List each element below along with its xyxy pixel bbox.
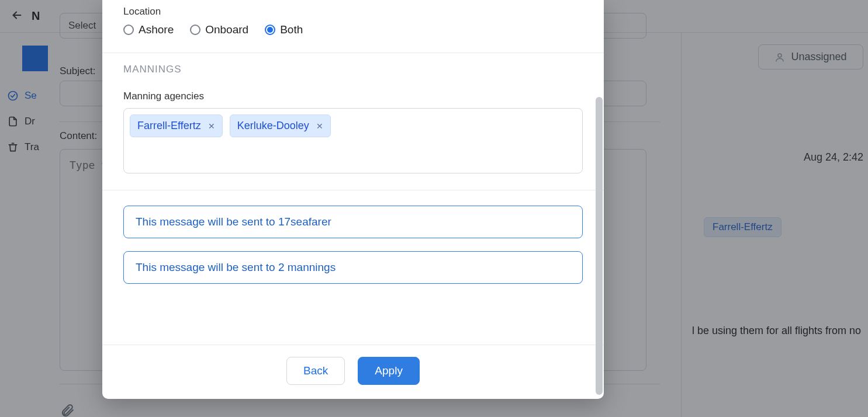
info-count: 17: [278, 216, 291, 228]
location-radiogroup: Ashore Onboard Both: [123, 23, 583, 36]
info-suffix: seafarer: [291, 216, 331, 228]
agencies-input[interactable]: Farrell-Effertz ✕ Kerluke-Dooley ✕: [123, 108, 583, 173]
radio-label: Both: [280, 23, 303, 36]
modal-scrollbar[interactable]: [596, 97, 603, 395]
seafarer-count-info: This message will be sent to 17seafarer: [123, 206, 583, 238]
info-prefix: This message will be sent to: [136, 216, 278, 228]
chip-remove-icon[interactable]: ✕: [316, 121, 323, 131]
location-label: Location: [123, 6, 583, 18]
radio-dot-icon: [123, 25, 134, 35]
filter-modal: Location Ashore Onboard Both MANNINGS M: [102, 0, 604, 399]
radio-ashore[interactable]: Ashore: [123, 23, 174, 36]
mannings-heading: MANNINGS: [123, 64, 583, 75]
mannings-count-info: This message will be sent to 2 mannings: [123, 251, 583, 284]
chip-label: Kerluke-Dooley: [237, 120, 309, 132]
back-button[interactable]: Back: [286, 357, 345, 385]
apply-button[interactable]: Apply: [358, 357, 420, 385]
radio-onboard[interactable]: Onboard: [190, 23, 248, 36]
radio-label: Ashore: [139, 23, 174, 36]
radio-label: Onboard: [205, 23, 248, 36]
info-text: This message will be sent to 2 mannings: [136, 261, 336, 273]
chip-remove-icon[interactable]: ✕: [208, 121, 215, 131]
chip-label: Farrell-Effertz: [137, 120, 201, 132]
modal-footer: Back Apply: [102, 345, 604, 399]
modal-scroll[interactable]: Location Ashore Onboard Both MANNINGS M: [102, 0, 604, 345]
agency-chip[interactable]: Kerluke-Dooley ✕: [230, 114, 331, 137]
agency-chip[interactable]: Farrell-Effertz ✕: [130, 114, 223, 137]
radio-dot-icon: [190, 25, 200, 35]
agencies-label: Manning agencies: [123, 91, 583, 102]
radio-dot-icon: [265, 25, 275, 35]
radio-both[interactable]: Both: [265, 23, 303, 36]
